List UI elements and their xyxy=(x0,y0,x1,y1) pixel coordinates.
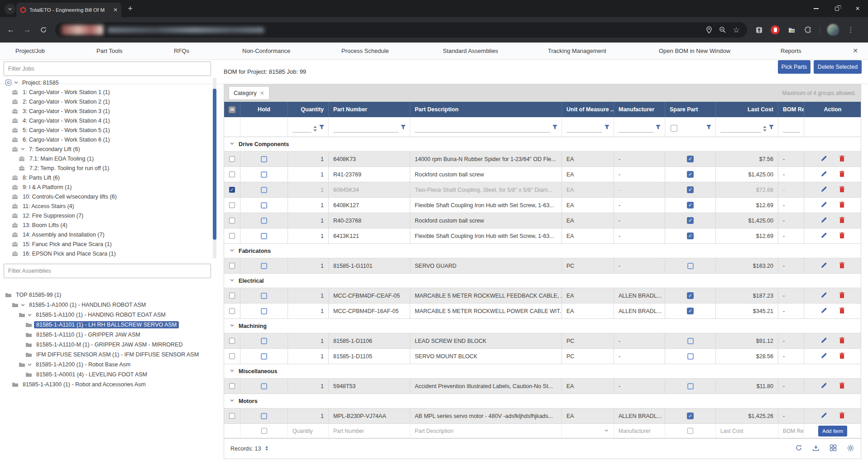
filter-input-underline[interactable] xyxy=(783,124,800,133)
drive-extension-icon[interactable] xyxy=(787,25,796,34)
nav-item-non-conformance[interactable]: Non-Conformance xyxy=(242,43,290,59)
job-tree-item[interactable]: 1: Cargo-Vator - Work Station 1 (1) xyxy=(0,87,211,97)
job-tree-item[interactable]: 3: Cargo-Vator - Work Station 3 (1) xyxy=(0,106,211,116)
cell-select[interactable] xyxy=(224,152,240,167)
add-row-cell-last-cost[interactable]: Last Cost xyxy=(716,424,778,438)
delete-trash-icon[interactable] xyxy=(839,201,845,209)
edit-pencil-icon[interactable] xyxy=(820,382,827,390)
delete-trash-icon[interactable] xyxy=(839,186,845,194)
delete-trash-icon[interactable] xyxy=(839,352,845,361)
row-select-checkbox[interactable] xyxy=(229,383,235,389)
table-row[interactable]: 15948T53Accident Prevention Illustrated … xyxy=(224,379,861,394)
nav-item-standard-assemblies[interactable]: Standard Assemblies xyxy=(443,43,498,59)
job-tree-item[interactable]: 10: Controls-Cell w/secondary lifts (6) xyxy=(0,192,211,201)
assembly-tree-item[interactable]: 81585-1-A1110-M (1) - GRIPPER JAW ASM - … xyxy=(0,340,211,350)
cell-select[interactable] xyxy=(224,228,240,244)
column-header-Action[interactable]: Action xyxy=(804,102,861,117)
new-tab-button[interactable]: + xyxy=(128,3,133,14)
group-chip-category[interactable]: Category ✕ xyxy=(229,87,269,100)
nav-item-part-tools[interactable]: Part Tools xyxy=(96,43,123,59)
cell-spare-part[interactable]: ✓ xyxy=(665,408,716,424)
cell-hold[interactable] xyxy=(240,258,288,274)
filter-funnel-icon[interactable] xyxy=(768,123,774,133)
table-row[interactable]: 1R41-23769Rockford custom ball screwEA-✓… xyxy=(224,167,861,182)
column-header-Manufacturer[interactable]: Manufacturer xyxy=(614,102,665,117)
filter-funnel-icon[interactable] xyxy=(552,123,558,133)
nav-item-tracking-management[interactable]: Tracking Management xyxy=(548,43,606,59)
group-header-row[interactable]: Miscellaneous xyxy=(224,364,861,379)
job-tree-item[interactable]: 14: Assembly and Installation (7) xyxy=(0,230,211,239)
row-select-checkbox[interactable] xyxy=(229,202,235,208)
column-chooser-icon[interactable] xyxy=(830,444,837,453)
cell-spare-part[interactable] xyxy=(665,258,716,274)
add-row-cell-quantity[interactable]: Quantity xyxy=(288,424,329,438)
filter-input-underline[interactable] xyxy=(619,124,653,133)
cell-spare-part[interactable]: ✓ xyxy=(665,152,716,167)
add-row-cell-uom[interactable] xyxy=(562,424,614,438)
pick-parts-button[interactable]: Pick Parts xyxy=(778,60,810,74)
filter-funnel-icon[interactable] xyxy=(400,123,406,133)
hold-checkbox[interactable] xyxy=(261,338,267,344)
chevron-down-icon[interactable] xyxy=(27,362,34,367)
hold-checkbox[interactable] xyxy=(261,202,267,209)
chevron-down-icon[interactable] xyxy=(20,147,27,152)
group-header-row[interactable]: Fabricatons xyxy=(224,244,861,258)
row-select-checkbox[interactable] xyxy=(229,413,235,419)
filter-jobs-input[interactable] xyxy=(4,62,211,76)
browser-menu-icon[interactable]: ⋮ xyxy=(846,25,855,34)
remove-group-icon[interactable]: ✕ xyxy=(260,90,264,96)
browser-tab[interactable]: TotalETO - Engineering Bill Of M ✕ xyxy=(16,3,121,17)
export-download-icon[interactable] xyxy=(812,444,820,453)
jobs-tree-scrollbar[interactable] xyxy=(213,78,216,258)
cell-hold[interactable] xyxy=(240,379,288,394)
cell-spare-part[interactable]: ✓ xyxy=(665,288,716,304)
spare-checkbox-checked[interactable]: ✓ xyxy=(687,413,694,419)
cell-hold[interactable] xyxy=(240,349,288,364)
spare-checkbox-checked[interactable]: ✓ xyxy=(687,186,694,193)
filter-cell[interactable] xyxy=(778,117,804,137)
records-spinner[interactable] xyxy=(265,446,268,451)
cell-select[interactable]: ✓ xyxy=(224,182,240,198)
table-row[interactable]: 1MCC-CPBM4DF-16AF-05MARCABLE 5 METER ROC… xyxy=(224,304,861,319)
filter-input-underline[interactable] xyxy=(566,124,602,133)
spare-checkbox-checked[interactable]: ✓ xyxy=(687,217,694,224)
hold-checkbox[interactable] xyxy=(261,353,267,360)
cell-hold[interactable] xyxy=(240,182,288,198)
assembly-tree-item[interactable]: 81585-1-A0001 (4) - LEVELING FOOT ASM xyxy=(0,370,211,380)
spare-checkbox-checked[interactable]: ✓ xyxy=(687,171,694,178)
nav-item-process-schedule[interactable]: Process Schedule xyxy=(341,43,389,59)
row-select-checkbox[interactable] xyxy=(229,338,235,344)
column-header-Spare Part[interactable]: Spare Part xyxy=(665,102,716,117)
row-select-checkbox[interactable] xyxy=(229,263,235,269)
cell-spare-part[interactable] xyxy=(665,333,716,349)
cell-hold[interactable] xyxy=(240,288,288,304)
address-bar[interactable]: ☆ xyxy=(55,22,747,38)
nav-close-icon[interactable]: ✕ xyxy=(853,43,858,59)
job-tree-item[interactable]: 15: Fanuc Pick and Place Scara (1) xyxy=(0,239,211,249)
group-header-row[interactable]: Electrical xyxy=(224,274,861,288)
hold-checkbox[interactable] xyxy=(261,187,267,193)
cell-spare-part[interactable]: ✓ xyxy=(665,167,716,182)
hold-checkbox[interactable] xyxy=(261,293,267,299)
cell-hold[interactable] xyxy=(240,213,288,228)
cell-select[interactable] xyxy=(224,258,240,274)
cell-select[interactable] xyxy=(224,379,240,394)
profile-avatar[interactable] xyxy=(827,24,839,36)
filter-cell[interactable] xyxy=(665,117,716,137)
assembly-tree-item[interactable]: 81585-1-A1100 (1) - HANDING ROBOT EOAT A… xyxy=(0,310,211,320)
restore-button[interactable] xyxy=(826,0,847,17)
job-tree-item[interactable]: 13: Boom Lifts (4) xyxy=(0,220,211,230)
dropdown-chevron-icon[interactable] xyxy=(604,428,609,434)
edit-pencil-icon[interactable] xyxy=(820,412,827,420)
delete-trash-icon[interactable] xyxy=(839,292,845,300)
filter-checkbox[interactable] xyxy=(671,125,677,132)
job-tree-item[interactable]: 99: Material Handling Robot (1) xyxy=(0,258,211,259)
add-row-cell-part-number[interactable]: Part Number xyxy=(329,424,410,438)
group-header-row[interactable]: Machining xyxy=(224,319,861,333)
row-select-checkbox[interactable]: ✓ xyxy=(229,187,235,193)
cell-hold[interactable] xyxy=(240,408,288,424)
job-tree-item[interactable]: 11: Access Stairs (4) xyxy=(0,201,211,211)
delete-trash-icon[interactable] xyxy=(839,155,845,163)
assembly-tree-item[interactable]: 81585-1-A1000 (1) - HANDLING ROBOT ASM xyxy=(0,300,211,310)
delete-selected-button[interactable]: Delete Selected xyxy=(814,60,862,74)
